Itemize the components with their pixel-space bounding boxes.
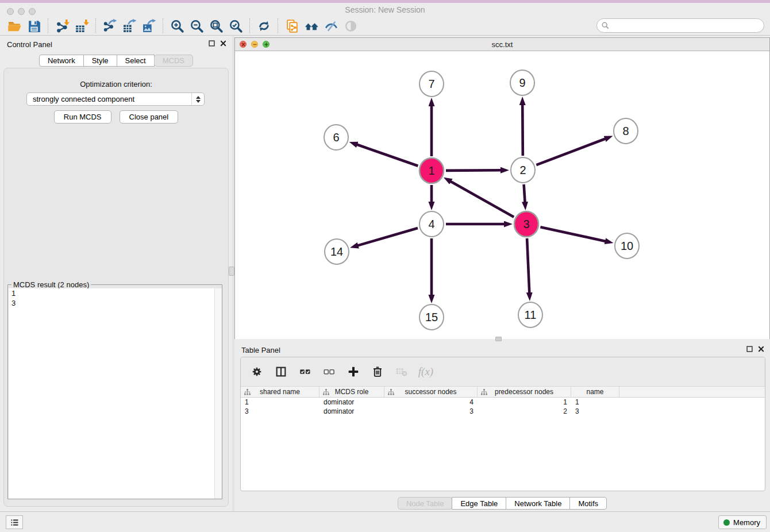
column-header-MCDS-role[interactable]: MCDS role (319, 387, 384, 397)
column-header-name[interactable]: name (571, 387, 619, 397)
network-canvas[interactable]: 7968124314101511 (235, 51, 769, 339)
save-session-button[interactable] (24, 17, 44, 34)
tab-edge-table[interactable]: Edge Table (452, 497, 506, 510)
close-panel-button[interactable]: Close panel (120, 110, 179, 124)
graph-edge-1-6[interactable] (357, 145, 418, 166)
apply-layout-button[interactable] (254, 17, 274, 34)
graph-node-6[interactable]: 6 (324, 125, 348, 150)
graph-node-8[interactable]: 8 (614, 118, 638, 144)
toolbar-separator (249, 18, 250, 33)
graph-edge-2-8[interactable] (536, 138, 605, 165)
table-panel-title: Table Panel (241, 346, 280, 354)
graph-node-11[interactable]: 11 (518, 302, 542, 327)
graph-edge-3-11[interactable] (527, 238, 529, 293)
graph-node-15[interactable]: 15 (419, 304, 444, 330)
zoom-fit-button[interactable] (206, 17, 226, 34)
float-table-panel-icon[interactable] (746, 346, 753, 352)
delete-column-button[interactable] (369, 363, 386, 380)
table-settings-button[interactable] (249, 363, 265, 380)
graph-edge-3-10[interactable] (540, 227, 605, 241)
table-cell: dominator (319, 407, 384, 416)
graph-node-7[interactable]: 7 (419, 71, 444, 97)
hide-selected-button[interactable] (321, 17, 341, 34)
zoom-out-button[interactable] (187, 17, 206, 34)
optimization-criterion-select[interactable]: strongly connected component (26, 92, 205, 106)
zoom-in-button[interactable] (167, 17, 187, 34)
graph-node-2[interactable]: 2 (511, 157, 535, 183)
show-panels-button[interactable] (6, 515, 23, 529)
graph-edge-2-3[interactable] (524, 184, 525, 202)
import-network-button[interactable] (52, 17, 72, 34)
import-table-button[interactable] (72, 17, 91, 34)
run-mcds-button[interactable]: Run MCDS (54, 110, 111, 124)
search-input[interactable] (609, 20, 764, 32)
table-cell: 3 (571, 407, 619, 416)
mcds-panel: Optimization criterion: strongly connect… (3, 68, 229, 507)
tab-network-table[interactable]: Network Table (506, 497, 570, 510)
tab-style[interactable]: Style (83, 55, 117, 67)
memory-button[interactable]: Memory (718, 515, 767, 529)
select-all-rows-button[interactable] (297, 363, 313, 380)
column-label: predecessor nodes (495, 388, 553, 396)
column-header-shared-name[interactable]: shared name (241, 387, 319, 397)
close-panel-icon[interactable] (220, 40, 226, 47)
new-network-from-selection-button[interactable] (282, 17, 302, 34)
zoom-selected-button[interactable] (226, 17, 245, 34)
graph-node-1[interactable]: 1 (419, 158, 444, 183)
tab-node-table[interactable]: Node Table (398, 497, 453, 510)
network-minimize-button[interactable] (251, 41, 258, 48)
svg-text:2: 2 (519, 164, 526, 176)
add-column-button[interactable] (345, 363, 361, 380)
mcds-result-textarea[interactable]: 13 (9, 288, 222, 499)
export-network-button[interactable] (100, 17, 120, 34)
export-image-icon (142, 19, 156, 33)
graph-node-3[interactable]: 3 (514, 211, 538, 237)
tab-network[interactable]: Network (39, 55, 84, 67)
deselect-all-rows-button[interactable] (321, 363, 337, 380)
graph-edge-3-1[interactable] (451, 182, 514, 217)
graph-edge-1-2[interactable] (446, 170, 501, 171)
float-panel-icon[interactable] (209, 40, 215, 47)
tab-select[interactable]: Select (117, 55, 155, 67)
import-network-icon (55, 19, 70, 33)
table-cell: 1 (478, 398, 571, 407)
first-neighbors-button[interactable] (302, 17, 321, 34)
tab-motifs[interactable]: Motifs (569, 497, 607, 510)
titlebar: Session: New Session (0, 3, 770, 17)
show-hidden-button[interactable] (341, 17, 360, 34)
search-box[interactable] (596, 18, 764, 33)
column-header-predecessor-nodes[interactable]: predecessor nodes (478, 387, 571, 397)
network-close-button[interactable] (240, 41, 247, 48)
export-table-button[interactable] (120, 17, 139, 34)
close-window-button[interactable] (7, 8, 14, 15)
maximize-window-button[interactable] (29, 8, 36, 15)
save-session-icon (27, 19, 41, 33)
tab-mcds[interactable]: MCDS (154, 55, 193, 67)
network-window-titlebar[interactable]: scc.txt (235, 38, 769, 51)
graph-node-4[interactable]: 4 (419, 211, 444, 237)
minimize-window-button[interactable] (18, 8, 25, 15)
graph-edge-2-9[interactable] (522, 105, 523, 156)
result-scrollbar[interactable] (214, 288, 222, 499)
splitter-grip[interactable] (229, 267, 234, 276)
export-image-button[interactable] (139, 17, 159, 34)
graph-node-10[interactable]: 10 (615, 233, 639, 259)
graph-edge-4-14[interactable] (357, 228, 418, 245)
graph-node-9[interactable]: 9 (510, 70, 534, 95)
table-row[interactable]: 3dominator323 (241, 407, 765, 416)
table-row[interactable]: 1dominator411 (241, 398, 765, 407)
zoom-selected-icon (229, 19, 243, 33)
list-icon (10, 518, 20, 527)
delete-table-button[interactable] (394, 363, 410, 380)
graph-node-14[interactable]: 14 (325, 239, 349, 264)
column-header-successor-nodes[interactable]: successor nodes (384, 387, 478, 397)
open-file-button[interactable] (5, 17, 24, 34)
toolbar-separator (163, 18, 163, 33)
network-maximize-button[interactable] (263, 41, 270, 48)
hide-selected-icon (324, 19, 338, 33)
canvas-resize-grip[interactable] (495, 337, 502, 341)
close-table-panel-icon[interactable] (758, 346, 764, 352)
function-builder-button[interactable]: f(x) (418, 363, 434, 380)
toggle-columns-button[interactable] (273, 363, 289, 380)
column-label: successor nodes (405, 388, 456, 396)
